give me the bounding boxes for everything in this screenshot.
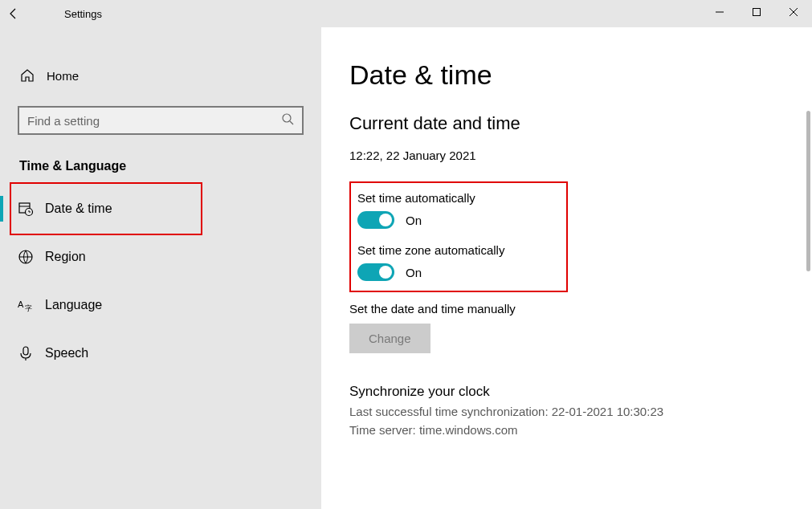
svg-point-2 bbox=[283, 114, 291, 122]
svg-text:A: A bbox=[18, 299, 24, 309]
maximize-button[interactable] bbox=[738, 0, 775, 24]
toggle-state: On bbox=[406, 214, 422, 227]
search-input[interactable]: Find a setting bbox=[18, 106, 304, 135]
manual-label: Set the date and time manually bbox=[349, 302, 783, 316]
sidebar-item-language[interactable]: A字 Language bbox=[0, 287, 321, 323]
sidebar-item-region[interactable]: Region bbox=[0, 239, 321, 275]
set-time-auto-label: Set time automatically bbox=[357, 191, 555, 205]
calendar-clock-icon bbox=[18, 201, 34, 217]
search-placeholder: Find a setting bbox=[27, 114, 100, 128]
language-icon: A字 bbox=[18, 297, 34, 313]
set-tz-auto-toggle[interactable] bbox=[357, 263, 394, 281]
change-button[interactable]: Change bbox=[349, 324, 430, 353]
svg-rect-1 bbox=[753, 9, 761, 16]
svg-line-3 bbox=[290, 121, 293, 124]
sidebar-item-label: Date & time bbox=[45, 202, 112, 216]
sidebar-home[interactable]: Home bbox=[0, 59, 321, 92]
search-icon bbox=[281, 112, 294, 128]
annotation-box: Set time automatically On Set time zone … bbox=[349, 181, 568, 292]
toggle-state: On bbox=[406, 266, 422, 279]
scrollbar[interactable] bbox=[806, 111, 810, 493]
sync-server: Time server: time.windows.com bbox=[349, 423, 783, 437]
home-icon bbox=[19, 68, 35, 83]
sync-last: Last successful time synchronization: 22… bbox=[349, 405, 783, 418]
sidebar-home-label: Home bbox=[47, 69, 79, 83]
content-area: Date & time Current date and time 12:22,… bbox=[321, 27, 812, 509]
svg-text:字: 字 bbox=[25, 304, 32, 312]
minimize-button[interactable] bbox=[701, 0, 738, 24]
sidebar-item-label: Speech bbox=[45, 346, 88, 360]
svg-rect-10 bbox=[23, 347, 28, 355]
sidebar-section-header: Time & Language bbox=[0, 135, 321, 188]
current-date-heading: Current date and time bbox=[349, 113, 783, 134]
close-button[interactable] bbox=[775, 0, 812, 24]
titlebar: Settings bbox=[0, 0, 812, 27]
microphone-icon bbox=[18, 345, 34, 361]
globe-icon bbox=[18, 249, 34, 265]
current-date-value: 12:22, 22 January 2021 bbox=[349, 149, 783, 162]
back-button[interactable] bbox=[0, 0, 27, 27]
sidebar: Home Find a setting Time & Language Date… bbox=[0, 27, 321, 509]
set-tz-auto-label: Set time zone automatically bbox=[357, 243, 555, 257]
sidebar-item-label: Region bbox=[45, 250, 86, 264]
sidebar-item-label: Language bbox=[45, 298, 102, 312]
page-title: Date & time bbox=[349, 59, 783, 91]
sidebar-item-date-time[interactable]: Date & time bbox=[0, 191, 321, 226]
set-time-auto-toggle[interactable] bbox=[357, 211, 394, 229]
sidebar-item-speech[interactable]: Speech bbox=[0, 336, 321, 371]
sync-heading: Synchronize your clock bbox=[349, 384, 783, 400]
window-title: Settings bbox=[64, 8, 102, 20]
